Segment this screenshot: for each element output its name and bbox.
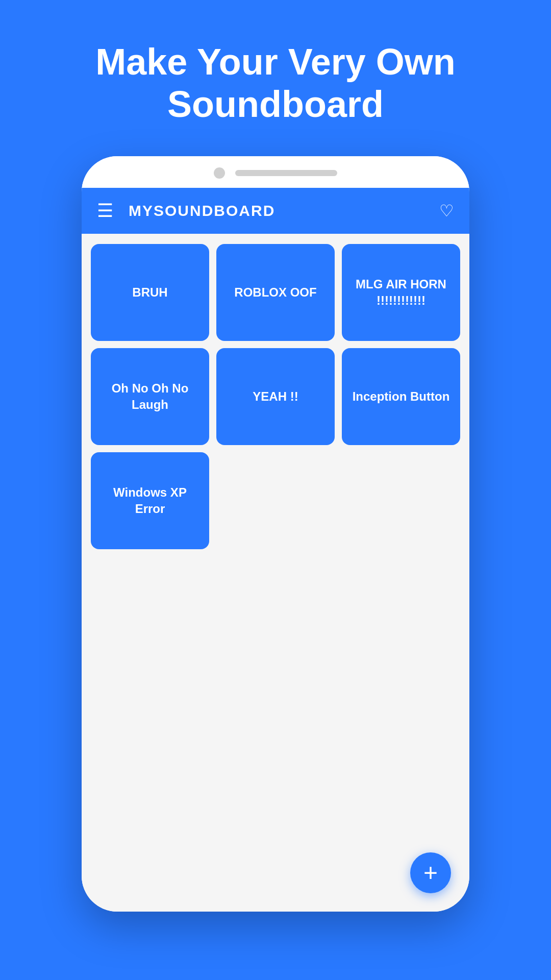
menu-icon[interactable]: ☰ — [97, 202, 113, 220]
phone-top-bar — [82, 156, 469, 188]
app-title: MYSOUNDBOARD — [129, 202, 439, 219]
page-headline: Make Your Very Own Soundboard — [0, 41, 551, 126]
add-sound-fab[interactable]: + — [410, 852, 451, 893]
phone-camera — [214, 167, 225, 179]
sound-button-roblox-oof[interactable]: ROBLOX OOF — [216, 244, 335, 341]
app-bar: ☰ MYSOUNDBOARD ♡ — [82, 188, 469, 234]
sound-button-mlg-air-horn[interactable]: MLG AIR HORN !!!!!!!!!!!! — [342, 244, 460, 341]
sound-button-bruh[interactable]: BRUH — [91, 244, 209, 341]
favorites-icon[interactable]: ♡ — [439, 201, 454, 220]
phone-speaker — [235, 170, 337, 176]
phone-mockup: ☰ MYSOUNDBOARD ♡ BRUHROBLOX OOFMLG AIR H… — [82, 156, 469, 912]
sound-button-oh-no-laugh[interactable]: Oh No Oh No Laugh — [91, 348, 209, 445]
sound-button-yeah[interactable]: YEAH !! — [216, 348, 335, 445]
sound-button-inception-button[interactable]: Inception Button — [342, 348, 460, 445]
sound-button-windows-xp-error[interactable]: Windows XP Error — [91, 452, 209, 549]
sound-buttons-grid: BRUHROBLOX OOFMLG AIR HORN !!!!!!!!!!!!O… — [82, 234, 469, 912]
